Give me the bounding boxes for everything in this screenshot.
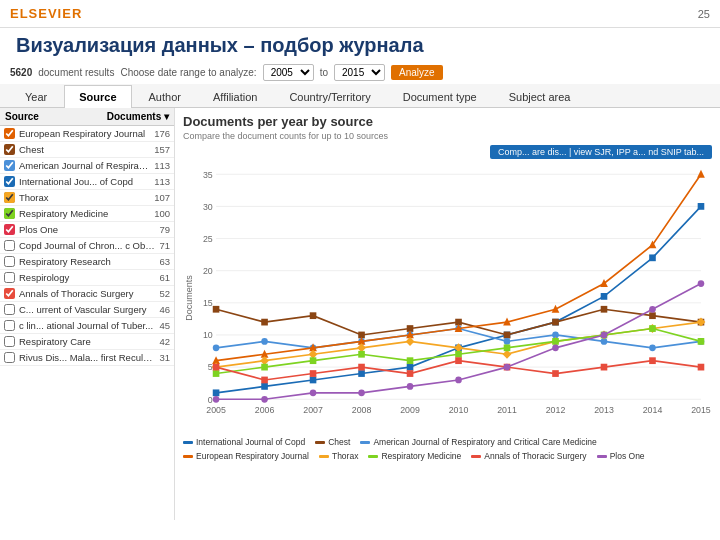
svg-text:2005: 2005 — [206, 405, 226, 415]
source-count: 42 — [159, 336, 170, 347]
tab-source[interactable]: Source — [64, 85, 131, 108]
svg-rect-48 — [649, 312, 656, 319]
source-checkbox[interactable] — [4, 352, 15, 363]
source-count: 113 — [154, 176, 170, 187]
legend-item: Chest — [315, 437, 350, 447]
svg-rect-95 — [261, 377, 268, 384]
svg-text:15: 15 — [203, 298, 213, 308]
svg-text:2014: 2014 — [643, 405, 663, 415]
tab-doctype[interactable]: Document type — [388, 85, 492, 108]
svg-point-105 — [213, 396, 220, 403]
svg-rect-83 — [213, 370, 220, 377]
source-row: Respiratory Research63 — [0, 254, 174, 270]
legend-color — [368, 455, 378, 458]
to-year-select[interactable]: 2015 — [334, 64, 385, 81]
toolbar: 5620 document results Choose date range … — [0, 61, 720, 84]
legend-color — [471, 455, 481, 458]
source-name: Copd Journal of Chron... c Obstru... — [19, 240, 155, 251]
tab-affiliation[interactable]: Affiliation — [198, 85, 272, 108]
legend-label: Respiratory Medicine — [381, 451, 461, 461]
svg-point-111 — [504, 364, 511, 371]
svg-rect-101 — [552, 370, 559, 377]
svg-rect-84 — [261, 364, 268, 371]
legend-color — [597, 455, 607, 458]
source-row: International Jou... of Copd113 — [0, 174, 174, 190]
source-checkbox[interactable] — [4, 336, 15, 347]
page-number: 25 — [698, 8, 710, 20]
source-checkbox[interactable] — [4, 144, 15, 155]
source-count: 45 — [159, 320, 170, 331]
svg-text:2011: 2011 — [497, 405, 517, 415]
from-year-select[interactable]: 2005 — [263, 64, 314, 81]
doc-count: 5620 — [10, 67, 32, 78]
source-checkbox[interactable] — [4, 320, 15, 331]
source-checkbox[interactable] — [4, 224, 15, 235]
tab-author[interactable]: Author — [134, 85, 196, 108]
legend-color — [183, 455, 193, 458]
source-checkbox[interactable] — [4, 208, 15, 219]
svg-rect-97 — [358, 364, 365, 371]
compare-button[interactable]: Comp... are dis... | view SJR, IPP a... … — [490, 145, 712, 159]
legend-color — [360, 441, 370, 444]
source-name: European Respiratory Journal — [19, 128, 150, 139]
svg-rect-104 — [698, 364, 705, 371]
source-checkbox[interactable] — [4, 256, 15, 267]
svg-rect-32 — [407, 364, 414, 371]
tab-subject[interactable]: Subject area — [494, 85, 586, 108]
source-row: European Respiratory Journal176 — [0, 126, 174, 142]
source-name: International Jou... of Copd — [19, 176, 150, 187]
source-checkbox[interactable] — [4, 240, 15, 251]
legend-color — [319, 455, 329, 458]
source-checkbox[interactable] — [4, 160, 15, 171]
analyze-button[interactable]: Analyze — [391, 65, 443, 80]
chart-panel: Documents per year by source Compare the… — [175, 108, 720, 520]
svg-rect-47 — [601, 306, 608, 313]
svg-text:2006: 2006 — [255, 405, 275, 415]
legend-item: American Journal of Respiratory and Crit… — [360, 437, 596, 447]
source-panel: Source Documents ▾ European Respiratory … — [0, 108, 175, 520]
source-checkbox[interactable] — [4, 128, 15, 139]
svg-rect-31 — [358, 370, 365, 377]
svg-point-107 — [310, 389, 317, 396]
tab-year[interactable]: Year — [10, 85, 62, 108]
tab-country[interactable]: Country/Territory — [274, 85, 385, 108]
svg-marker-71 — [697, 170, 705, 178]
chart-area: 0510152025303520052006200720082009201020… — [183, 163, 712, 433]
svg-point-50 — [213, 344, 220, 351]
source-row: Respiratory Care42 — [0, 334, 174, 350]
legend-item: Plos One — [597, 451, 645, 461]
source-checkbox[interactable] — [4, 288, 15, 299]
svg-rect-37 — [649, 254, 656, 261]
chart-legend: International Journal of CopdChestAmeric… — [183, 437, 712, 461]
source-name: Thorax — [19, 192, 150, 203]
doc-label: document results — [38, 67, 114, 78]
svg-text:2008: 2008 — [352, 405, 372, 415]
svg-rect-45 — [504, 332, 511, 339]
source-list: European Respiratory Journal176Chest157A… — [0, 126, 174, 366]
source-name: Annals of Thoracic Surgery — [19, 288, 155, 299]
source-checkbox[interactable] — [4, 272, 15, 283]
svg-rect-30 — [310, 377, 317, 384]
source-count: 100 — [154, 208, 170, 219]
source-row: Respiratory Medicine100 — [0, 206, 174, 222]
source-name: American Journal of Respirator... — [19, 160, 150, 171]
svg-point-51 — [261, 338, 268, 345]
source-count: 176 — [154, 128, 170, 139]
svg-point-109 — [407, 383, 414, 390]
legend-label: European Respiratory Journal — [196, 451, 309, 461]
source-checkbox[interactable] — [4, 176, 15, 187]
svg-text:Documents: Documents — [184, 275, 194, 321]
svg-point-110 — [455, 377, 462, 384]
svg-rect-99 — [455, 357, 462, 364]
legend-label: Thorax — [332, 451, 358, 461]
source-count: 107 — [154, 192, 170, 203]
tabs-bar: YearSourceAuthorAffiliationCountry/Terri… — [0, 84, 720, 108]
svg-rect-86 — [358, 351, 365, 358]
svg-point-56 — [504, 338, 511, 345]
count-col-header[interactable]: Documents ▾ — [107, 111, 169, 122]
legend-item: Annals of Thoracic Surgery — [471, 451, 586, 461]
source-checkbox[interactable] — [4, 192, 15, 203]
source-checkbox[interactable] — [4, 304, 15, 315]
svg-rect-29 — [261, 383, 268, 390]
brand-logo: ELSEVIER — [10, 6, 82, 21]
